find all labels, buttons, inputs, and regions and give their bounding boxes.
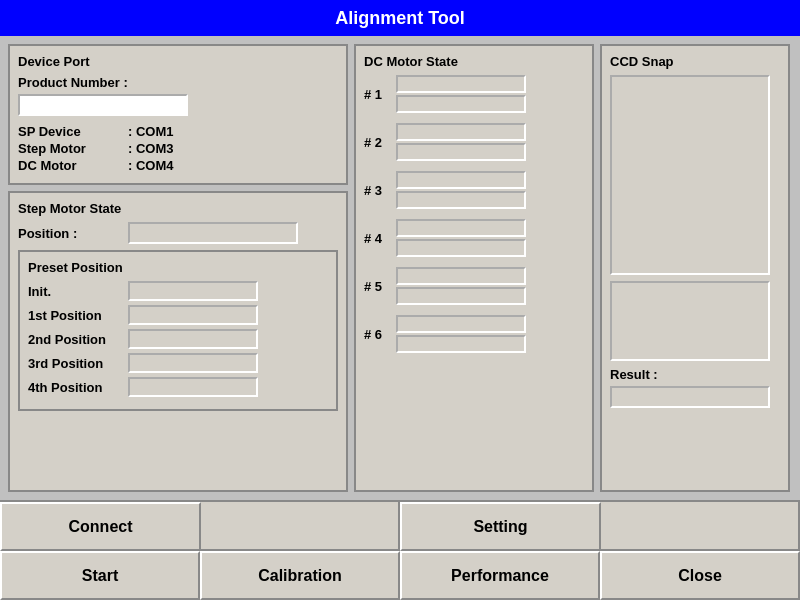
product-number-row: Product Number : [18, 75, 338, 90]
preset-position-title: Preset Position [28, 260, 328, 275]
performance-button[interactable]: Performance [400, 551, 600, 600]
dc-motor-2-fields [396, 123, 526, 161]
preset-second-row: 2nd Position [28, 329, 328, 349]
dc-motor-4-field-2[interactable] [396, 239, 526, 257]
preset-second-label: 2nd Position [28, 332, 128, 347]
device-port-title: Device Port [18, 54, 338, 69]
dc-motor-6-field-2[interactable] [396, 335, 526, 353]
dc-motor-1-row: # 1 [364, 75, 584, 113]
preset-third-row: 3rd Position [28, 353, 328, 373]
preset-first-label: 1st Position [28, 308, 128, 323]
product-number-input-row [18, 94, 338, 116]
step-motor-label: Step Motor [18, 141, 128, 156]
ccd-snap-title: CCD Snap [610, 54, 780, 69]
dc-motor-4-row: # 4 [364, 219, 584, 257]
calibration-button[interactable]: Calibration [200, 551, 400, 600]
preset-fourth-input[interactable] [128, 377, 258, 397]
dc-motor-5-field-2[interactable] [396, 287, 526, 305]
dc-motor-3-field-1[interactable] [396, 171, 526, 189]
close-button[interactable]: Close [600, 551, 800, 600]
dc-motor-row: DC Motor : COM4 [18, 158, 338, 173]
dc-motor-5-field-1[interactable] [396, 267, 526, 285]
dc-motor-value: : COM4 [128, 158, 174, 173]
left-panel: Device Port Product Number : SP Device :… [8, 44, 348, 492]
dc-motor-6-fields [396, 315, 526, 353]
dc-motor-5-row: # 5 [364, 267, 584, 305]
preset-third-input[interactable] [128, 353, 258, 373]
dc-motor-2-field-2[interactable] [396, 143, 526, 161]
dc-motor-6-field-1[interactable] [396, 315, 526, 333]
app-title: Alignment Tool [335, 8, 465, 28]
preset-first-row: 1st Position [28, 305, 328, 325]
dc-motor-1-field-2[interactable] [396, 95, 526, 113]
preset-fourth-row: 4th Position [28, 377, 328, 397]
dc-motor-3-row: # 3 [364, 171, 584, 209]
dc-motor-3-group: # 3 [364, 171, 584, 209]
dc-motor-6-row: # 6 [364, 315, 584, 353]
step-motor-row: Step Motor : COM3 [18, 141, 338, 156]
preset-position-box: Preset Position Init. 1st Position 2nd P… [18, 250, 338, 411]
step-motor-state-title: Step Motor State [18, 201, 338, 216]
sp-device-row: SP Device : COM1 [18, 124, 338, 139]
step-motor-value: : COM3 [128, 141, 174, 156]
dc-motor-3-num: # 3 [364, 183, 396, 198]
dc-motor-5-group: # 5 [364, 267, 584, 305]
preset-first-input[interactable] [128, 305, 258, 325]
dc-motor-label: DC Motor [18, 158, 128, 173]
start-button[interactable]: Start [0, 551, 200, 600]
preset-init-label: Init. [28, 284, 128, 299]
dc-motor-1-fields [396, 75, 526, 113]
position-label: Position : [18, 226, 128, 241]
dc-motor-2-num: # 2 [364, 135, 396, 150]
dc-motor-4-group: # 4 [364, 219, 584, 257]
result-label: Result : [610, 367, 780, 382]
sp-device-label: SP Device [18, 124, 128, 139]
dc-motor-state-title: DC Motor State [364, 54, 584, 69]
connect-button[interactable]: Connect [0, 502, 201, 551]
button-row-1: Connect Setting [0, 502, 800, 551]
dc-motor-2-group: # 2 [364, 123, 584, 161]
position-input[interactable] [128, 222, 298, 244]
empty-slot-1 [201, 502, 400, 551]
empty-slot-2 [601, 502, 800, 551]
dc-motor-1-field-1[interactable] [396, 75, 526, 93]
dc-motor-6-num: # 6 [364, 327, 396, 342]
product-number-input[interactable] [18, 94, 188, 116]
dc-motor-5-fields [396, 267, 526, 305]
bottom-buttons: Connect Setting Start Calibration Perfor… [0, 500, 800, 600]
ccd-main-image [610, 75, 770, 275]
dc-motor-4-num: # 4 [364, 231, 396, 246]
button-row-2: Start Calibration Performance Close [0, 551, 800, 600]
dc-motor-6-group: # 6 [364, 315, 584, 353]
setting-button[interactable]: Setting [400, 502, 601, 551]
ccd-snap-panel: CCD Snap Result : [600, 44, 790, 492]
dc-motor-1-group: # 1 [364, 75, 584, 113]
preset-init-row: Init. [28, 281, 328, 301]
preset-init-input[interactable] [128, 281, 258, 301]
dc-motor-4-field-1[interactable] [396, 219, 526, 237]
dc-motor-4-fields [396, 219, 526, 257]
preset-second-input[interactable] [128, 329, 258, 349]
dc-motor-3-field-2[interactable] [396, 191, 526, 209]
product-number-label: Product Number : [18, 75, 128, 90]
dc-motor-5-num: # 5 [364, 279, 396, 294]
right-panel: CCD Snap Result : [600, 44, 790, 492]
title-bar: Alignment Tool [0, 0, 800, 36]
dc-motor-3-fields [396, 171, 526, 209]
position-row: Position : [18, 222, 338, 244]
sp-device-value: : COM1 [128, 124, 174, 139]
dc-motor-1-num: # 1 [364, 87, 396, 102]
dc-motor-2-row: # 2 [364, 123, 584, 161]
main-content: Device Port Product Number : SP Device :… [0, 36, 800, 500]
step-motor-panel: Step Motor State Position : Preset Posit… [8, 191, 348, 492]
dc-motor-2-field-1[interactable] [396, 123, 526, 141]
dc-motor-state-panel: DC Motor State # 1 # 2 # 3 [354, 44, 594, 492]
preset-fourth-label: 4th Position [28, 380, 128, 395]
result-input[interactable] [610, 386, 770, 408]
device-port-box: Device Port Product Number : SP Device :… [8, 44, 348, 185]
preset-third-label: 3rd Position [28, 356, 128, 371]
ccd-small-image [610, 281, 770, 361]
